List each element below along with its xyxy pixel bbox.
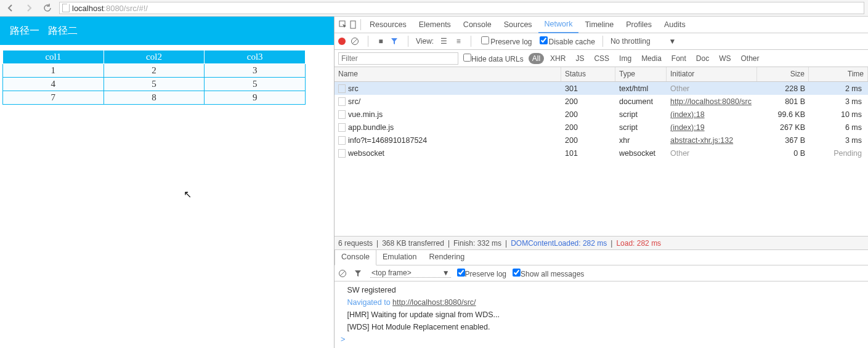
req-initiator: Other (667, 84, 757, 93)
network-row[interactable]: app.bundle.js200script(index):19267 KB6 … (335, 121, 868, 134)
network-row[interactable]: src301text/htmlOther228 B2 ms (335, 82, 868, 95)
nav-link-1[interactable]: 路径一 (10, 25, 39, 38)
console-line: SW registered (341, 284, 862, 296)
clear-icon[interactable] (351, 37, 360, 46)
reload-button[interactable] (41, 2, 54, 14)
col-size[interactable]: Size (757, 67, 809, 81)
req-initiator[interactable]: (index):19 (667, 123, 757, 132)
network-row[interactable]: info?t=1468910187524200xhrabstract-xhr.j… (335, 134, 868, 147)
req-status: 101 (561, 149, 615, 158)
address-port: :8080 (103, 4, 124, 13)
console-line: [HMR] Waiting for update signal from WDS… (341, 309, 862, 321)
devtools-tab-network[interactable]: Network (538, 17, 579, 33)
file-icon (338, 110, 346, 119)
view-small-icon[interactable]: ≡ (453, 37, 463, 46)
address-path: /src/#!/ (124, 4, 148, 13)
table-cell: 4 (3, 78, 104, 91)
nav-link-2[interactable]: 路径二 (48, 25, 78, 38)
file-icon (338, 84, 346, 93)
req-status: 200 (561, 123, 615, 132)
req-type: document (615, 97, 667, 106)
filter-bar: Hide data URLs AllXHRJSCSSImgMediaFontDo… (335, 50, 868, 67)
console-prompt[interactable]: > (341, 333, 862, 346)
req-initiator[interactable]: abstract-xhr.js:132 (667, 136, 757, 145)
console-preserve-checkbox[interactable]: Preserve log (457, 269, 506, 278)
hide-urls-checkbox[interactable]: Hide data URLs (463, 54, 524, 63)
filter-type-xhr[interactable]: XHR (546, 53, 569, 64)
filter-type-all[interactable]: All (529, 53, 544, 64)
console-line: Navigated to http://localhost:8080/src/ (341, 296, 862, 309)
devtools-tab-console[interactable]: Console (457, 17, 498, 33)
filter-type-other[interactable]: Other (737, 53, 763, 64)
summary-transferred: 368 KB transferred (382, 239, 444, 248)
network-toolbar: ■ View: ☰ ≡ Preserve log Disable cache N… (335, 33, 868, 50)
frame-select[interactable]: <top frame>▼ (370, 269, 451, 278)
filter-type-doc[interactable]: Doc (692, 53, 713, 64)
page-viewport: 路径一 路径二 col1 col2 col3 123455789 ↖ (0, 17, 335, 348)
file-icon (338, 149, 346, 158)
forward-button[interactable] (22, 2, 36, 14)
record-button[interactable] (338, 38, 346, 45)
req-status: 200 (561, 97, 615, 106)
devtools-tab-timeline[interactable]: Timeline (578, 17, 620, 33)
req-size: 228 B (757, 84, 809, 93)
devtools-tab-elements[interactable]: Elements (413, 17, 457, 33)
drawer-tab-emulation[interactable]: Emulation (376, 250, 423, 265)
filter-icon[interactable] (391, 38, 400, 45)
col-status[interactable]: Status (561, 67, 615, 81)
camera-icon[interactable]: ■ (376, 37, 386, 46)
filter-type-js[interactable]: JS (572, 53, 588, 64)
col-type[interactable]: Type (615, 67, 667, 81)
filter-type-ws[interactable]: WS (715, 53, 734, 64)
address-bar[interactable]: localhost:8080/src/#!/ (59, 2, 864, 14)
devtools-tab-audits[interactable]: Audits (658, 17, 692, 33)
filter-type-media[interactable]: Media (638, 53, 665, 64)
file-icon (338, 136, 346, 145)
req-name: src (348, 84, 359, 93)
console-output: SW registered Navigated to http://localh… (335, 281, 868, 348)
view-large-icon[interactable]: ☰ (439, 37, 448, 46)
throttling-select[interactable]: No throttling▼ (610, 37, 676, 46)
req-type: script (615, 123, 667, 132)
console-line: [WDS] Hot Module Replacement enabled. (341, 321, 862, 333)
devtools-tab-sources[interactable]: Sources (498, 17, 538, 33)
filter-type-font[interactable]: Font (668, 53, 690, 64)
req-initiator[interactable]: http://localhost:8080/src (667, 97, 757, 106)
req-type: websocket (615, 149, 667, 158)
filter-input[interactable] (338, 52, 458, 65)
console-toolbar: <top frame>▼ Preserve log Show all messa… (335, 265, 868, 281)
filter-type-img[interactable]: Img (615, 53, 635, 64)
req-type: script (615, 110, 667, 119)
svg-rect-1 (351, 21, 355, 28)
console-showall-checkbox[interactable]: Show all messages (513, 269, 584, 278)
col-time[interactable]: Time (809, 67, 868, 81)
req-size: 267 KB (757, 123, 809, 132)
req-name: app.bundle.js (348, 123, 394, 132)
preserve-log-checkbox[interactable]: Preserve log (479, 36, 532, 46)
drawer-tab-console[interactable]: Console (335, 250, 376, 265)
page-nav: 路径一 路径二 (0, 17, 334, 45)
summary-requests: 6 requests (338, 239, 373, 248)
drawer-tab-rendering[interactable]: Rendering (423, 250, 471, 265)
cursor-icon: ↖ (184, 188, 192, 200)
devtools-tab-resources[interactable]: Resources (363, 17, 413, 33)
req-size: 0 B (757, 149, 809, 158)
network-row[interactable]: vue.min.js200script(index):1899.6 KB10 m… (335, 108, 868, 121)
table-cell: 8 (103, 91, 205, 105)
filter-type-css[interactable]: CSS (590, 53, 613, 64)
device-icon[interactable] (348, 20, 358, 30)
disable-cache-checkbox[interactable]: Disable cache (537, 36, 595, 46)
filter-console-icon[interactable] (354, 270, 364, 277)
network-row[interactable]: src/200documenthttp://localhost:8080/src… (335, 95, 868, 108)
network-row[interactable]: websocket101websocketOther0 BPending (335, 147, 868, 160)
browser-toolbar: localhost:8080/src/#!/ (0, 0, 868, 17)
req-initiator[interactable]: (index):18 (667, 110, 757, 119)
col-name[interactable]: Name (335, 67, 561, 81)
inspect-icon[interactable] (338, 20, 348, 30)
devtools-tab-profiles[interactable]: Profiles (620, 17, 658, 33)
req-time: 10 ms (809, 110, 868, 119)
back-button[interactable] (4, 2, 17, 14)
view-label: View: (416, 37, 434, 46)
col-initiator[interactable]: Initiator (667, 67, 757, 81)
clear-console-icon[interactable] (338, 269, 348, 278)
